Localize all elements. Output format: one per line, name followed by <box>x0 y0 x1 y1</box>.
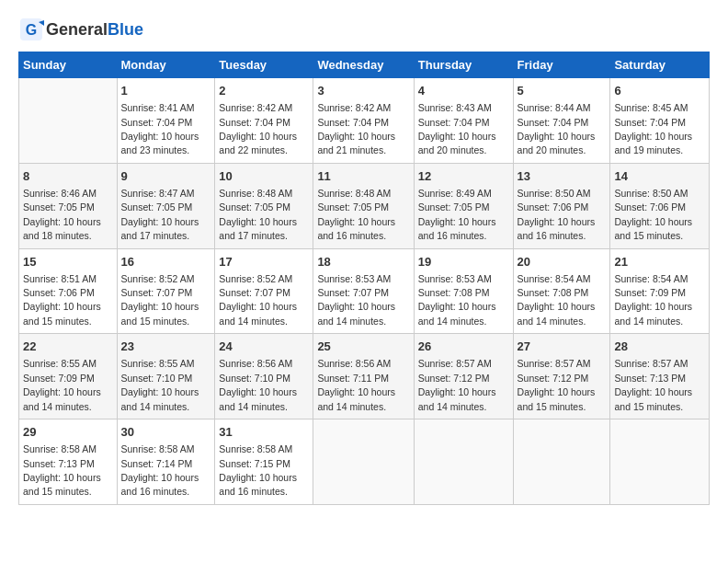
day-cell: 28Sunrise: 8:57 AM Sunset: 7:13 PM Dayli… <box>610 334 710 419</box>
day-info: Sunrise: 8:51 AM Sunset: 7:06 PM Dayligh… <box>23 273 101 327</box>
day-number: 20 <box>518 254 607 270</box>
day-cell: 15Sunrise: 8:51 AM Sunset: 7:06 PM Dayli… <box>19 248 118 334</box>
day-info: Sunrise: 8:50 AM Sunset: 7:06 PM Dayligh… <box>614 188 692 241</box>
logo-general: General <box>46 20 108 40</box>
day-info: Sunrise: 8:56 AM Sunset: 7:11 PM Dayligh… <box>317 358 395 411</box>
day-info: Sunrise: 8:47 AM Sunset: 7:05 PM Dayligh… <box>121 188 199 241</box>
day-info: Sunrise: 8:54 AM Sunset: 7:09 PM Dayligh… <box>614 273 692 327</box>
day-number: 22 <box>23 339 113 355</box>
day-cell: 26Sunrise: 8:57 AM Sunset: 7:12 PM Dayli… <box>414 334 513 419</box>
day-cell: 23Sunrise: 8:55 AM Sunset: 7:10 PM Dayli… <box>117 334 215 419</box>
day-cell: 16Sunrise: 8:52 AM Sunset: 7:07 PM Dayli… <box>117 248 215 334</box>
day-info: Sunrise: 8:42 AM Sunset: 7:04 PM Dayligh… <box>219 102 297 155</box>
day-cell: 22Sunrise: 8:55 AM Sunset: 7:09 PM Dayli… <box>19 334 118 419</box>
day-info: Sunrise: 8:52 AM Sunset: 7:07 PM Dayligh… <box>121 273 199 327</box>
day-cell <box>313 419 414 505</box>
day-info: Sunrise: 8:43 AM Sunset: 7:04 PM Dayligh… <box>418 102 496 155</box>
day-info: Sunrise: 8:46 AM Sunset: 7:05 PM Dayligh… <box>23 188 101 241</box>
day-info: Sunrise: 8:50 AM Sunset: 7:06 PM Dayligh… <box>518 188 596 241</box>
day-cell: 21Sunrise: 8:54 AM Sunset: 7:09 PM Dayli… <box>610 248 710 334</box>
header-cell-wednesday: Wednesday <box>313 52 414 78</box>
day-cell: 29Sunrise: 8:58 AM Sunset: 7:13 PM Dayli… <box>19 419 118 505</box>
day-number: 27 <box>518 339 607 355</box>
day-cell <box>513 419 610 505</box>
day-number: 17 <box>219 254 309 270</box>
day-info: Sunrise: 8:56 AM Sunset: 7:10 PM Dayligh… <box>219 358 297 411</box>
day-number: 11 <box>317 168 409 185</box>
logo: G General Blue <box>18 17 143 42</box>
logo-blue: Blue <box>108 20 143 40</box>
day-number: 30 <box>121 424 211 441</box>
day-info: Sunrise: 8:57 AM Sunset: 7:13 PM Dayligh… <box>614 358 692 411</box>
day-number: 8 <box>23 168 113 185</box>
day-cell: 27Sunrise: 8:57 AM Sunset: 7:12 PM Dayli… <box>513 334 610 419</box>
day-cell: 1Sunrise: 8:41 AM Sunset: 7:04 PM Daylig… <box>117 78 215 164</box>
day-number: 3 <box>317 83 409 99</box>
day-cell: 20Sunrise: 8:54 AM Sunset: 7:08 PM Dayli… <box>513 248 610 334</box>
week-row-1: 1Sunrise: 8:41 AM Sunset: 7:04 PM Daylig… <box>19 78 710 164</box>
day-number: 2 <box>219 83 309 99</box>
calendar-header: SundayMondayTuesdayWednesdayThursdayFrid… <box>19 52 710 78</box>
day-info: Sunrise: 8:48 AM Sunset: 7:05 PM Dayligh… <box>317 188 395 241</box>
header-cell-monday: Monday <box>117 52 215 78</box>
day-cell: 5Sunrise: 8:44 AM Sunset: 7:04 PM Daylig… <box>513 78 610 164</box>
day-info: Sunrise: 8:42 AM Sunset: 7:04 PM Dayligh… <box>317 102 395 155</box>
day-number: 4 <box>418 83 509 99</box>
day-number: 31 <box>219 424 309 441</box>
day-info: Sunrise: 8:57 AM Sunset: 7:12 PM Dayligh… <box>418 358 496 411</box>
day-cell: 14Sunrise: 8:50 AM Sunset: 7:06 PM Dayli… <box>610 163 710 248</box>
day-number: 6 <box>614 83 705 99</box>
week-row-3: 15Sunrise: 8:51 AM Sunset: 7:06 PM Dayli… <box>19 248 710 334</box>
day-cell: 25Sunrise: 8:56 AM Sunset: 7:11 PM Dayli… <box>313 334 414 419</box>
day-info: Sunrise: 8:58 AM Sunset: 7:14 PM Dayligh… <box>121 443 199 497</box>
day-info: Sunrise: 8:53 AM Sunset: 7:07 PM Dayligh… <box>317 273 395 327</box>
day-cell: 2Sunrise: 8:42 AM Sunset: 7:04 PM Daylig… <box>215 78 313 164</box>
day-cell <box>610 419 710 505</box>
day-cell: 17Sunrise: 8:52 AM Sunset: 7:07 PM Dayli… <box>215 248 313 334</box>
day-number: 24 <box>219 339 309 355</box>
day-number: 28 <box>614 339 705 355</box>
day-info: Sunrise: 8:48 AM Sunset: 7:05 PM Dayligh… <box>219 188 297 241</box>
day-cell: 6Sunrise: 8:45 AM Sunset: 7:04 PM Daylig… <box>610 78 710 164</box>
week-row-5: 29Sunrise: 8:58 AM Sunset: 7:13 PM Dayli… <box>19 419 710 505</box>
logo-icon: G <box>18 17 44 42</box>
day-cell: 3Sunrise: 8:42 AM Sunset: 7:04 PM Daylig… <box>313 78 414 164</box>
day-number: 16 <box>121 254 211 270</box>
day-info: Sunrise: 8:58 AM Sunset: 7:15 PM Dayligh… <box>219 443 297 497</box>
day-number: 13 <box>518 168 607 185</box>
day-number: 14 <box>614 168 705 185</box>
calendar-body: 1Sunrise: 8:41 AM Sunset: 7:04 PM Daylig… <box>19 78 710 505</box>
day-cell: 10Sunrise: 8:48 AM Sunset: 7:05 PM Dayli… <box>215 163 313 248</box>
day-number: 18 <box>317 254 409 270</box>
day-number: 9 <box>121 168 211 185</box>
day-info: Sunrise: 8:57 AM Sunset: 7:12 PM Dayligh… <box>518 358 596 411</box>
day-number: 12 <box>418 168 509 185</box>
day-cell: 11Sunrise: 8:48 AM Sunset: 7:05 PM Dayli… <box>313 163 414 248</box>
day-cell: 12Sunrise: 8:49 AM Sunset: 7:05 PM Dayli… <box>414 163 513 248</box>
day-info: Sunrise: 8:49 AM Sunset: 7:05 PM Dayligh… <box>418 188 496 241</box>
day-cell: 19Sunrise: 8:53 AM Sunset: 7:08 PM Dayli… <box>414 248 513 334</box>
week-row-2: 8Sunrise: 8:46 AM Sunset: 7:05 PM Daylig… <box>19 163 710 248</box>
day-cell: 8Sunrise: 8:46 AM Sunset: 7:05 PM Daylig… <box>19 163 118 248</box>
header: G General Blue <box>18 17 710 42</box>
day-number: 21 <box>614 254 705 270</box>
day-info: Sunrise: 8:53 AM Sunset: 7:08 PM Dayligh… <box>418 273 496 327</box>
day-number: 5 <box>518 83 607 99</box>
day-cell: 9Sunrise: 8:47 AM Sunset: 7:05 PM Daylig… <box>117 163 215 248</box>
header-cell-sunday: Sunday <box>19 52 118 78</box>
day-number: 29 <box>23 424 113 441</box>
day-info: Sunrise: 8:55 AM Sunset: 7:10 PM Dayligh… <box>121 358 199 411</box>
day-info: Sunrise: 8:52 AM Sunset: 7:07 PM Dayligh… <box>219 273 297 327</box>
day-info: Sunrise: 8:41 AM Sunset: 7:04 PM Dayligh… <box>121 102 199 155</box>
day-info: Sunrise: 8:44 AM Sunset: 7:04 PM Dayligh… <box>518 102 596 155</box>
day-number: 10 <box>219 168 309 185</box>
header-row: SundayMondayTuesdayWednesdayThursdayFrid… <box>19 52 710 78</box>
day-cell: 4Sunrise: 8:43 AM Sunset: 7:04 PM Daylig… <box>414 78 513 164</box>
day-info: Sunrise: 8:55 AM Sunset: 7:09 PM Dayligh… <box>23 358 101 411</box>
day-info: Sunrise: 8:58 AM Sunset: 7:13 PM Dayligh… <box>23 443 101 497</box>
day-number: 1 <box>121 83 211 99</box>
day-number: 25 <box>317 339 409 355</box>
day-cell: 30Sunrise: 8:58 AM Sunset: 7:14 PM Dayli… <box>117 419 215 505</box>
day-number: 23 <box>121 339 211 355</box>
day-cell: 31Sunrise: 8:58 AM Sunset: 7:15 PM Dayli… <box>215 419 313 505</box>
